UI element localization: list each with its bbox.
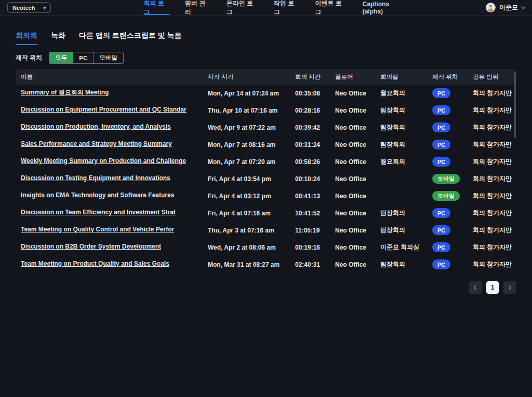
meeting-name-link[interactable]: Discussion on Team Efficiency and Invest… [21,209,176,216]
tab-recordings[interactable]: 녹화 [51,31,65,45]
table-row: Discussion on Team Efficiency and Invest… [16,204,516,222]
location-cell: PC [427,105,468,115]
meeting-name-link[interactable]: Team Meeting on Quality Control and Vehi… [21,226,174,233]
column-header: 플로어 [330,73,375,81]
table-row: Sales Performance and Strategy Meeting S… [16,136,516,153]
meeting-name-link[interactable]: Discussion on Testing Equipment and Inno… [21,174,170,182]
column-header: 이름 [16,73,203,81]
location-badge: PC [432,140,450,149]
floor-cell: Neo Office [330,244,375,251]
location-cell: PC [427,122,468,132]
next-page-button[interactable] [503,281,516,294]
share-scope-cell: 회의 참가자만 [468,209,516,217]
table-row: Discussion on Production, Inventory, and… [16,119,516,136]
meeting-name-cell: Sales Performance and Strategy Meeting S… [16,140,203,149]
table-body: Summary of 월요회의 MeetingMon, Apr 14 at 07… [16,85,516,273]
start-time-cell: Thu, Apr 10 at 07:16 am [203,107,290,114]
location-badge: 모바일 [432,191,460,201]
nav-item-event-log[interactable]: 이벤트 로그 [315,0,347,15]
duration-cell: 00:19:16 [290,244,330,251]
meeting-name-cell: Discussion on Testing Equipment and Inno… [16,174,203,183]
meeting-name-link[interactable]: Discussion on Production, Inventory, and… [21,123,171,130]
room-cell: 월요회의 [375,89,427,98]
user-menu[interactable]: 이준모 [486,3,525,12]
meeting-name-link[interactable]: Summary of 월요회의 Meeting [21,88,109,97]
share-scope-cell: 회의 참가자만 [468,89,516,98]
share-scope-cell: 회의 참가자만 [468,243,516,252]
share-scope-cell: 회의 참가자만 [468,174,516,183]
floor-cell: Neo Office [330,90,375,97]
location-cell: PC [427,208,468,218]
table-row: Team Meeting on Quality Control and Vehi… [16,222,516,239]
start-time-cell: Fri, Apr 4 at 07:16 am [203,210,290,217]
duration-cell: 00:31:24 [290,141,330,148]
meeting-name-link[interactable]: Weekly Meeting Summary on Production and… [21,157,186,165]
share-scope-cell: 회의 참가자만 [468,226,516,235]
filter-row: 제작 위치 모두PC모바일 [16,52,516,64]
pagination: 1 [16,281,516,294]
meeting-name-cell: Discussion on Team Efficiency and Invest… [16,209,203,217]
filter-option-mobile[interactable]: 모바일 [93,52,123,63]
filter-option-all[interactable]: 모두 [49,52,73,63]
filter-option-pc[interactable]: PC [73,52,93,63]
room-cell: 이준모 회의실 [375,243,427,252]
start-time-cell: Mon, Apr 7 at 07:20 am [203,158,290,166]
room-cell: 팀장회의 [375,226,427,235]
meeting-name-cell: Discussion on Equipment Procurement and … [16,106,203,115]
tab-other-transcripts[interactable]: 다른 앱의 트랜스크립트 및 녹음 [79,31,182,45]
meetings-table: 이름시작 시각회의 시간플로어회의실제작 위치공유 범위 Summary of … [16,69,516,273]
share-scope-cell: 회의 참가자만 [468,191,516,200]
column-header: 회의실 [375,73,427,81]
nav-item-meeting-log[interactable]: 회의 로그 [143,0,169,15]
meeting-name-link[interactable]: Discussion on B2B Order System Developme… [21,243,161,250]
column-header: 제작 위치 [427,73,468,81]
duration-cell: 00:41:13 [290,193,330,200]
duration-cell: 00:39:42 [290,124,330,131]
duration-cell: 00:28:16 [290,107,330,114]
chevron-down-icon [521,5,525,9]
location-badge: 모바일 [432,174,460,184]
nav-item-work-log[interactable]: 작업 로그 [274,0,300,15]
start-time-cell: Mon, Apr 7 at 08:16 am [203,141,290,148]
nav-item-captions[interactable]: Captions (alpha) [363,0,410,15]
meeting-name-link[interactable]: Discussion on Equipment Procurement and … [21,106,187,113]
top-bar: Neotech ▾ 회의 로그멤버 관리온라인 로그작업 로그이벤트 로그Cap… [0,0,532,16]
tab-bar: 회의록녹화다른 앱의 트랜스크립트 및 녹음 [16,31,516,45]
location-cell: PC [427,157,468,167]
table-scrollbar[interactable] [514,72,516,138]
start-time-cell: Wed, Apr 9 at 07:22 am [203,124,290,131]
meeting-name-link[interactable]: Team Meeting on Product Quality and Sale… [21,260,169,267]
table-row: Team Meeting on Product Quality and Sale… [16,256,516,273]
caret-down-icon: ▾ [43,5,46,10]
floor-cell: Neo Office [330,141,375,148]
location-badge: PC [432,242,450,252]
prev-page-button[interactable] [469,281,482,294]
room-cell: 팀장회의 [375,209,427,217]
workspace-selector[interactable]: Neotech ▾ [7,2,51,13]
start-time-cell: Mon, Mar 31 at 08:27 am [203,261,290,268]
meeting-name-link[interactable]: Sales Performance and Strategy Meeting S… [21,140,172,147]
location-cell: PC [427,225,468,235]
column-header: 시작 시각 [203,73,290,81]
table-row: Discussion on Equipment Procurement and … [16,102,516,119]
meeting-name-link[interactable]: Insights on EMA Technology and Software … [21,191,174,199]
nav-item-member-management[interactable]: 멤버 관리 [185,0,211,15]
floor-cell: Neo Office [330,227,375,234]
current-page-button[interactable]: 1 [486,281,499,294]
table-row: Insights on EMA Technology and Software … [16,187,516,204]
table-row: Weekly Meeting Summary on Production and… [16,153,516,170]
start-time-cell: Wed, Apr 2 at 08:06 am [203,244,290,251]
duration-cell: 02:40:31 [290,261,330,268]
column-header: 회의 시간 [290,73,330,81]
avatar [486,3,496,12]
user-name: 이준모 [499,3,518,12]
start-time-cell: Fri, Apr 4 at 03:12 pm [203,193,290,200]
room-cell: 월요회의 [375,157,427,166]
nav-item-online-log[interactable]: 온라인 로그 [227,0,258,15]
location-cell: PC [427,88,468,98]
share-scope-cell: 회의 참가자만 [468,140,516,149]
tab-minutes[interactable]: 회의록 [16,31,37,45]
floor-cell: Neo Office [330,124,375,131]
table-row: Discussion on B2B Order System Developme… [16,239,516,256]
location-badge: PC [432,157,450,167]
